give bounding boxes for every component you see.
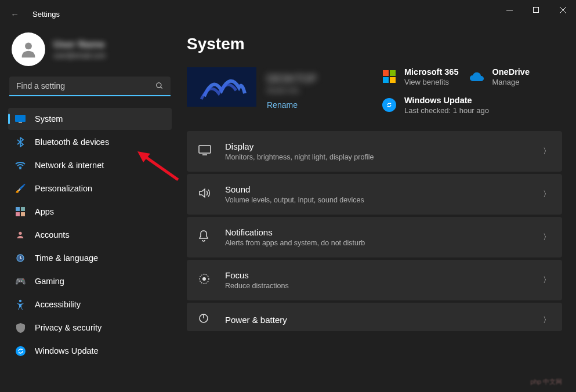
- card-title: OneDrive: [492, 67, 529, 77]
- setting-subtitle: Volume levels, output, input, sound devi…: [225, 196, 530, 204]
- sidebar-item-accounts[interactable]: Accounts: [8, 224, 172, 246]
- user-name: User Name: [53, 39, 106, 50]
- focus-icon: [198, 273, 212, 288]
- minimize-button[interactable]: [496, 1, 523, 19]
- watermark: php 中文网: [531, 378, 562, 386]
- rename-link[interactable]: Rename: [267, 100, 317, 110]
- svg-point-14: [19, 232, 21, 235]
- search-wrap: [8, 77, 172, 96]
- card-subtitle: Last checked: 1 hour ago: [404, 106, 489, 115]
- card-windows-update[interactable]: Windows Update Last checked: 1 hour ago: [381, 96, 562, 115]
- svg-point-17: [16, 346, 26, 356]
- sidebar-item-label: Personalization: [35, 184, 92, 193]
- setting-title: Sound: [225, 184, 530, 194]
- chevron-right-icon: 〉: [543, 315, 550, 325]
- svg-rect-12: [16, 212, 20, 216]
- card-microsoft365[interactable]: Microsoft 365 View benefits: [381, 67, 458, 86]
- svg-rect-13: [21, 212, 25, 216]
- device-thumbnail: [187, 67, 256, 107]
- svg-point-5: [157, 83, 161, 88]
- sidebar-item-system[interactable]: System: [8, 108, 172, 130]
- sidebar-item-label: System: [35, 114, 63, 124]
- sidebar: User Name user@email.com System Bluetoot…: [0, 28, 180, 392]
- close-button[interactable]: [549, 1, 576, 19]
- apps-icon: [15, 206, 26, 217]
- svg-point-22: [202, 277, 206, 281]
- power-icon: [198, 313, 212, 326]
- ms365-icon: [381, 68, 397, 85]
- search-icon: [155, 82, 164, 92]
- update-icon: [381, 97, 397, 113]
- svg-rect-8: [19, 122, 22, 123]
- setting-notifications[interactable]: Notifications Alerts from apps and syste…: [187, 217, 562, 257]
- wifi-icon: [15, 160, 26, 170]
- sidebar-item-label: Time & language: [35, 253, 98, 263]
- sidebar-item-network[interactable]: Network & internet: [8, 154, 172, 176]
- sidebar-item-gaming[interactable]: 🎮 Gaming: [8, 270, 172, 292]
- sidebar-item-time[interactable]: Time & language: [8, 247, 172, 269]
- setting-display[interactable]: Display Monitors, brightness, night ligh…: [187, 131, 562, 172]
- shield-icon: [15, 322, 26, 333]
- setting-title: Display: [225, 141, 530, 151]
- clock-icon: [15, 253, 26, 263]
- back-button[interactable]: ←: [10, 9, 22, 19]
- settings-list: Display Monitors, brightness, night ligh…: [187, 131, 562, 331]
- chevron-right-icon: 〉: [543, 232, 550, 242]
- sidebar-item-label: Accounts: [35, 230, 70, 239]
- setting-title: Notifications: [225, 227, 530, 237]
- device-name: DESKTOP: [267, 73, 317, 85]
- card-title: Microsoft 365: [404, 67, 458, 77]
- top-row: DESKTOP Model info Rename Microsoft 365 …: [187, 67, 562, 115]
- page-title: System: [187, 35, 562, 53]
- sidebar-item-apps[interactable]: Apps: [8, 201, 172, 223]
- brush-icon: 🖌️: [15, 183, 26, 194]
- card-onedrive[interactable]: OneDrive Manage: [469, 67, 529, 86]
- card-subtitle: View benefits: [404, 78, 458, 86]
- chevron-right-icon: 〉: [543, 189, 550, 199]
- user-profile[interactable]: User Name user@email.com: [12, 32, 172, 66]
- setting-title: Focus: [225, 270, 530, 280]
- chevron-right-icon: 〉: [543, 275, 550, 285]
- sidebar-item-label: Apps: [35, 207, 54, 216]
- svg-rect-1: [533, 7, 538, 12]
- display-icon: [15, 114, 26, 124]
- svg-rect-11: [21, 207, 25, 211]
- update-icon: [15, 346, 26, 356]
- card-title: Windows Update: [404, 96, 489, 105]
- sidebar-item-accessibility[interactable]: Accessibility: [8, 293, 172, 315]
- bluetooth-icon: [15, 137, 26, 147]
- maximize-button[interactable]: [523, 1, 549, 19]
- window-title: Settings: [32, 10, 60, 19]
- titlebar: ← Settings: [0, 0, 576, 28]
- main-content: System DESKTOP Model info Rename: [180, 28, 576, 392]
- chevron-right-icon: 〉: [543, 146, 550, 157]
- sidebar-item-label: Privacy & security: [35, 323, 102, 332]
- setting-subtitle: Monitors, brightness, night light, displ…: [225, 153, 530, 161]
- window-controls: [496, 9, 576, 19]
- sidebar-item-label: Windows Update: [35, 346, 99, 355]
- sidebar-item-bluetooth[interactable]: Bluetooth & devices: [8, 131, 172, 153]
- sidebar-item-label: Network & internet: [35, 161, 104, 170]
- sidebar-item-update[interactable]: Windows Update: [8, 340, 172, 362]
- sidebar-item-personalization[interactable]: 🖌️ Personalization: [8, 177, 172, 199]
- display-icon: [198, 145, 212, 158]
- setting-subtitle: Reduce distractions: [225, 282, 530, 290]
- svg-line-6: [161, 87, 162, 89]
- cloud-icon: [469, 68, 485, 85]
- setting-focus[interactable]: Focus Reduce distractions 〉: [187, 260, 562, 300]
- bell-icon: [198, 230, 212, 245]
- nav: System Bluetooth & devices Network & int…: [8, 108, 172, 362]
- device-model: Model info: [267, 86, 317, 95]
- sidebar-item-label: Accessibility: [35, 300, 81, 309]
- setting-title: Power & battery: [225, 315, 530, 325]
- person-icon: [15, 230, 26, 240]
- svg-rect-19: [199, 146, 211, 153]
- setting-power[interactable]: Power & battery 〉: [187, 303, 562, 331]
- gamepad-icon: 🎮: [15, 276, 26, 286]
- card-subtitle: Manage: [492, 78, 529, 86]
- setting-sound[interactable]: Sound Volume levels, output, input, soun…: [187, 174, 562, 215]
- sidebar-item-privacy[interactable]: Privacy & security: [8, 317, 172, 339]
- svg-point-16: [19, 300, 21, 302]
- user-email: user@email.com: [53, 52, 106, 60]
- search-input[interactable]: [9, 77, 171, 96]
